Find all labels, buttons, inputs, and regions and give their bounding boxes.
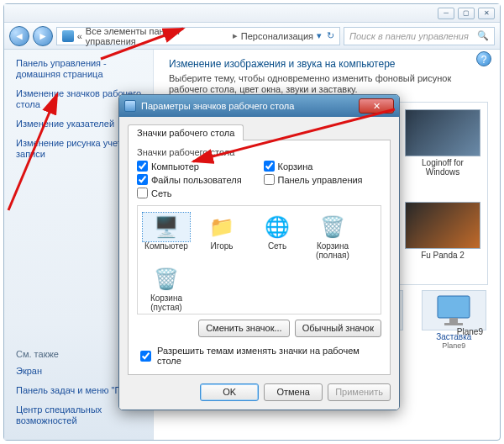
bottom-label: Цвет окна <box>255 332 320 341</box>
svg-rect-1 <box>365 308 369 321</box>
svg-rect-6 <box>449 318 458 323</box>
see-also-accessibility[interactable]: Центр специальных возможностей <box>16 404 144 426</box>
bottom-sub: По умолчанию <box>338 341 403 350</box>
see-also-display[interactable]: Экран <box>16 366 144 377</box>
breadcrumb-prefix: « <box>77 31 82 41</box>
bottom-label: Звуки <box>338 332 403 341</box>
themes-panel[interactable]: Loginoff for Windows Fu Panda 2 <box>169 102 488 285</box>
breadcrumb-root[interactable]: Все элементы панели управления <box>86 26 229 46</box>
page-subtitle: Выберите тему, чтобы одновременно измени… <box>169 73 488 95</box>
nav-forward-button[interactable]: ► <box>33 26 53 46</box>
svg-rect-0 <box>359 313 362 321</box>
bottom-links: Фон рабочего стола Показ слайдов Цвет ок… <box>169 285 488 359</box>
refresh-icon[interactable]: ↻ <box>327 30 334 41</box>
breadcrumb-sep: ▸ <box>233 30 238 41</box>
theme-caption[interactable]: Plane9 <box>457 327 483 336</box>
sidebar-item-home[interactable]: Панель управления - домашняя страница <box>16 58 144 80</box>
svg-rect-2 <box>372 303 375 321</box>
see-also-header: См. также <box>16 349 144 359</box>
sidebar-item-desktop-icons[interactable]: Изменение значков рабочего стола <box>16 88 144 110</box>
window-color-icon <box>255 290 320 330</box>
minimize-button[interactable]: ─ <box>438 8 454 19</box>
maximize-button[interactable]: ▢ <box>458 8 475 19</box>
window-frame: ─ ▢ ✕ ◄ ► « Все элементы панели управлен… <box>3 3 501 441</box>
breadcrumb[interactable]: « Все элементы панели управления ▸ Персо… <box>56 27 340 45</box>
bottom-link-sounds[interactable]: Звуки По умолчанию <box>338 290 403 359</box>
search-input[interactable]: Поиск в панели управления 🔍 <box>344 27 495 45</box>
sidebar-item-pointers[interactable]: Изменение указателей <box>16 119 144 130</box>
bottom-sub: Показ слайдов <box>171 351 236 359</box>
theme-caption[interactable]: Loginoff for Windows <box>405 158 480 177</box>
nav-back-button[interactable]: ◄ <box>9 26 29 46</box>
bottom-label: Фон рабочего стола <box>171 332 236 351</box>
bottom-sub: Plane9 <box>422 341 487 350</box>
theme-caption[interactable]: Fu Panda 2 <box>405 251 480 260</box>
bottom-link-color[interactable]: Цвет окна Небо <box>255 290 320 359</box>
page-title: Изменение изображения и звука на компьют… <box>169 58 488 70</box>
breadcrumb-dropdown-icon[interactable]: ▾ <box>317 30 322 41</box>
nav-bar: ◄ ► « Все элементы панели управления ▸ П… <box>4 23 500 50</box>
help-icon[interactable]: ? <box>476 51 491 66</box>
control-panel-icon <box>62 30 74 42</box>
bottom-link-wallpaper[interactable]: Фон рабочего стола Показ слайдов <box>171 290 236 359</box>
see-also-taskbar[interactable]: Панель задач и меню "Пуск" <box>16 385 144 396</box>
search-placeholder: Поиск в панели управления <box>349 31 469 41</box>
svg-rect-7 <box>444 323 463 325</box>
breadcrumb-leaf[interactable]: Персонализация <box>241 31 313 41</box>
sounds-icon <box>338 290 403 330</box>
wallpaper-icon <box>171 290 236 330</box>
window-title-bar: ─ ▢ ✕ <box>4 4 500 23</box>
svg-rect-5 <box>438 296 470 318</box>
sidebar: Панель управления - домашняя страница Из… <box>4 50 154 440</box>
search-icon: 🔍 <box>477 30 489 41</box>
bottom-link-screensaver[interactable]: Заставка Plane9 <box>422 290 487 359</box>
main-content: ? Изменение изображения и звука на компь… <box>154 50 500 440</box>
sidebar-item-account-pic[interactable]: Изменение рисунка учетной записи <box>16 138 144 160</box>
bottom-sub: Небо <box>255 341 320 350</box>
close-button[interactable]: ✕ <box>478 8 495 19</box>
screensaver-icon <box>422 290 487 330</box>
